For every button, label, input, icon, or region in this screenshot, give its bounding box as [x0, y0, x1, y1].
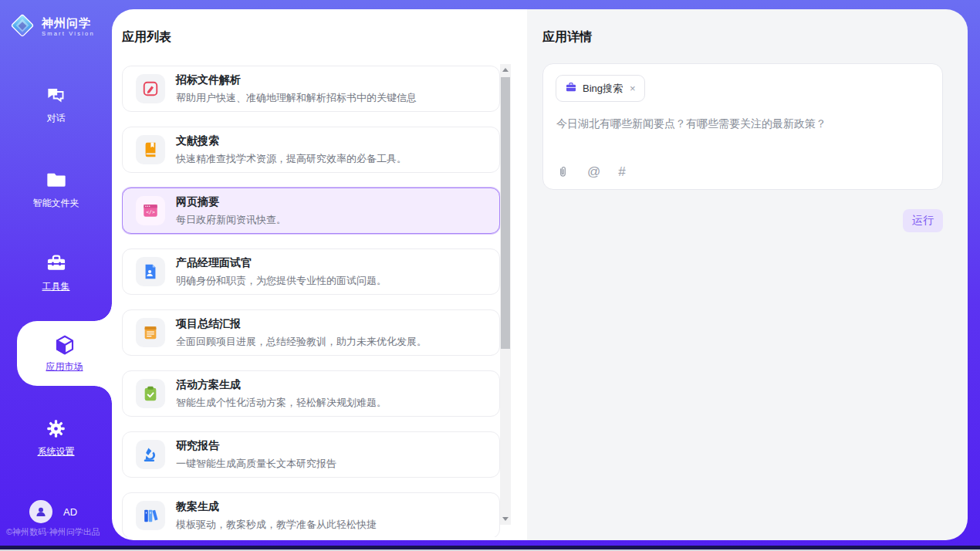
topic-icon[interactable]: # [618, 165, 625, 178]
tool-chip-label: Bing搜索 [583, 82, 623, 96]
sidebar-item-tools[interactable]: 工具集 [0, 252, 112, 293]
gear-icon [45, 417, 68, 440]
app-card-list: 招标文件解析 帮助用户快速、准确地理解和解析招标书中的关键信息 文献搜索 快速精… [122, 66, 500, 537]
chat-icon [45, 83, 68, 106]
notepad-icon [136, 318, 165, 347]
copyright-text: ©神州数码·神州问学出品 [6, 526, 100, 538]
close-icon[interactable]: × [630, 83, 636, 94]
app-card[interactable]: 产品经理面试官 明确身份和职责，为您提供专业性的面试问题。 [122, 248, 500, 295]
app-card-name: 研究报告 [176, 439, 336, 453]
attach-icon[interactable] [556, 165, 569, 178]
brand-logo: 神州问学 Smart Vision [9, 12, 95, 42]
scroll-down-button[interactable] [500, 513, 511, 525]
app-card-name: 活动方案生成 [176, 378, 387, 392]
sidebar-item-settings[interactable]: 系统设置 [0, 417, 112, 458]
sidebar-item-market[interactable]: 应用市场 [17, 321, 112, 386]
prompt-composer[interactable]: Bing搜索 × 今日湖北有哪些新闻要点？有哪些需要关注的最新政策？ @# [542, 63, 943, 190]
composer-toolbar: @# [556, 165, 626, 178]
app-detail-panel: 应用详情 Bing搜索 × 今日湖北有哪些新闻要点？有哪些需要关注的最新政策？ … [527, 9, 968, 540]
app-card[interactable]: 研究报告 一键智能生成高质量长文本研究报告 [122, 431, 500, 478]
user-initials: AD [63, 506, 77, 518]
app-card[interactable]: 教案生成 模板驱动，教案秒成，教学准备从此轻松快捷 [122, 492, 500, 537]
clipboard-check-icon [136, 379, 165, 408]
user-profile[interactable]: AD [29, 500, 77, 523]
document-edit-icon [136, 74, 165, 103]
tool-chip-bing-search[interactable]: Bing搜索 × [556, 75, 645, 102]
scrollbar[interactable] [500, 64, 511, 525]
app-card-desc: 全面回顾项目进展，总结经验教训，助力未来优化发展。 [176, 335, 427, 349]
book-icon [136, 135, 165, 164]
brand-tagline: Smart Vision [42, 31, 95, 37]
app-list-panel: 应用列表 招标文件解析 帮助用户快速、准确地理解和解析招标书中的关键信息 文献搜… [112, 9, 527, 540]
app-detail-title: 应用详情 [542, 29, 592, 46]
app-card-name: 文献搜索 [176, 134, 407, 148]
app-card[interactable]: 活动方案生成 智能生成个性化活动方案，轻松解决规划难题。 [122, 370, 500, 417]
app-card[interactable]: 项目总结汇报 全面回顾项目进展，总结经验教训，助力未来优化发展。 [122, 309, 500, 356]
app-card-desc: 智能生成个性化活动方案，轻松解决规划难题。 [176, 396, 387, 410]
scrollbar-thumb[interactable] [501, 77, 510, 349]
brand-name: 神州问学 [42, 17, 95, 30]
app-card-desc: 明确身份和职责，为您提供专业性的面试问题。 [176, 274, 387, 288]
app-card[interactable]: 文献搜索 快速精准查找学术资源，提高研究效率的必备工具。 [122, 127, 500, 173]
folder-icon [45, 168, 68, 191]
diamond-logo-icon [9, 12, 35, 42]
run-button[interactable]: 运行 [903, 209, 943, 232]
app-card[interactable]: 招标文件解析 帮助用户快速、准确地理解和解析招标书中的关键信息 [122, 66, 500, 112]
app-card-desc: 模板驱动，教案秒成，教学准备从此轻松快捷 [176, 518, 377, 532]
app-card-desc: 帮助用户快速、准确地理解和解析招标书中的关键信息 [176, 91, 417, 105]
books-icon [136, 501, 165, 530]
app-card-name: 教案生成 [176, 500, 377, 514]
clipboard-person-icon [136, 257, 165, 286]
toolbox-icon [45, 252, 68, 275]
app-card-name: 招标文件解析 [176, 73, 417, 87]
avatar [29, 500, 52, 523]
svg-text:</>: </> [146, 209, 155, 215]
microscope-icon [136, 440, 165, 469]
main-content: 应用列表 招标文件解析 帮助用户快速、准确地理解和解析招标书中的关键信息 文献搜… [112, 9, 968, 540]
app-card-name: 产品经理面试官 [176, 256, 387, 270]
prompt-input[interactable]: 今日湖北有哪些新闻要点？有哪些需要关注的最新政策？ [556, 117, 929, 131]
app-card-desc: 每日政府新闻资讯快查。 [176, 213, 286, 227]
cube-icon [53, 333, 76, 357]
sidebar-item-folders[interactable]: 智能文件夹 [0, 168, 112, 210]
app-window: 神州问学 Smart Vision 对话 智能文件夹 工具集 应用市场 系统设置… [0, 0, 980, 551]
app-card[interactable]: </> 网页摘要 每日政府新闻资讯快查。 [122, 188, 500, 234]
sidebar-item-chat[interactable]: 对话 [0, 83, 112, 125]
briefcase-icon [565, 81, 577, 96]
scroll-up-button[interactable] [500, 64, 511, 76]
app-card-desc: 快速精准查找学术资源，提高研究效率的必备工具。 [176, 152, 407, 166]
mention-icon[interactable]: @ [587, 165, 600, 178]
sidebar: 神州问学 Smart Vision 对话 智能文件夹 工具集 应用市场 系统设置… [0, 0, 112, 551]
app-card-name: 网页摘要 [176, 195, 286, 209]
app-card-name: 项目总结汇报 [176, 317, 427, 331]
app-card-desc: 一键智能生成高质量长文本研究报告 [176, 457, 336, 471]
browser-code-icon: </> [136, 196, 165, 225]
app-list-title: 应用列表 [122, 29, 171, 46]
